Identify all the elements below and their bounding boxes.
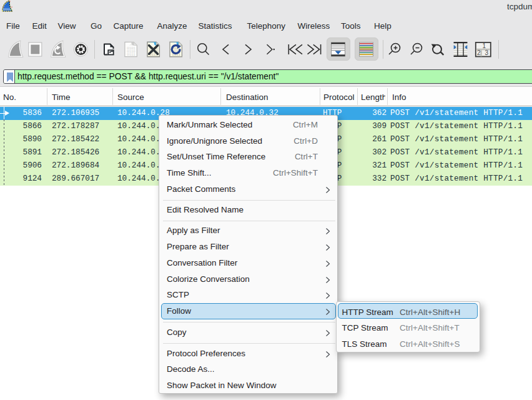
svg-text:3: 3 bbox=[485, 50, 489, 57]
svg-text:2: 2 bbox=[477, 50, 481, 57]
svg-text:1: 1 bbox=[483, 42, 486, 49]
svg-text:0111: 0111 bbox=[127, 52, 135, 57]
